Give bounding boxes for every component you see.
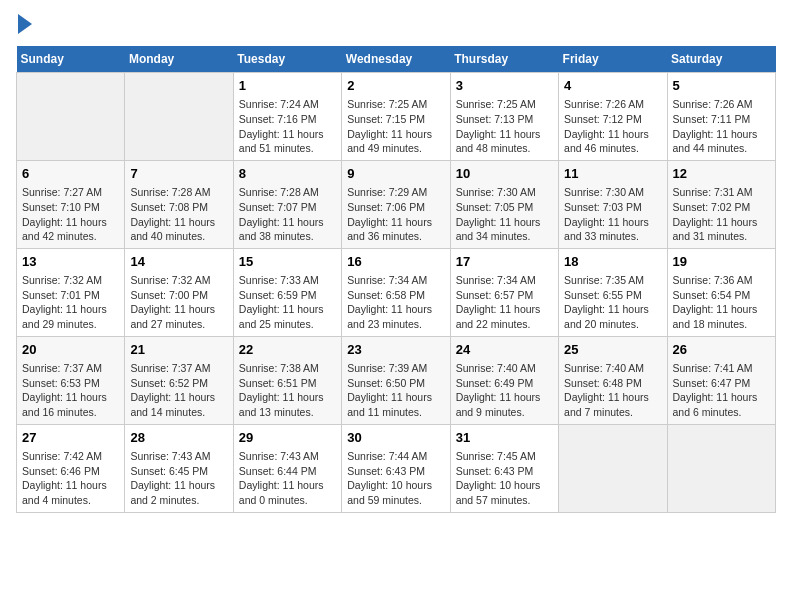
- day-number: 7: [130, 165, 227, 183]
- calendar-cell: 6Sunrise: 7:27 AMSunset: 7:10 PMDaylight…: [17, 160, 125, 248]
- cell-content: Sunrise: 7:30 AMSunset: 7:03 PMDaylight:…: [564, 185, 661, 244]
- calendar-week-row: 1Sunrise: 7:24 AMSunset: 7:16 PMDaylight…: [17, 73, 776, 161]
- calendar-cell: 17Sunrise: 7:34 AMSunset: 6:57 PMDayligh…: [450, 248, 558, 336]
- day-number: 6: [22, 165, 119, 183]
- cell-content: Sunrise: 7:43 AMSunset: 6:44 PMDaylight:…: [239, 449, 336, 508]
- calendar-cell: 2Sunrise: 7:25 AMSunset: 7:15 PMDaylight…: [342, 73, 450, 161]
- cell-content: Sunrise: 7:25 AMSunset: 7:13 PMDaylight:…: [456, 97, 553, 156]
- col-header-saturday: Saturday: [667, 46, 775, 73]
- day-number: 27: [22, 429, 119, 447]
- calendar-cell: 26Sunrise: 7:41 AMSunset: 6:47 PMDayligh…: [667, 336, 775, 424]
- day-number: 11: [564, 165, 661, 183]
- calendar-cell: 22Sunrise: 7:38 AMSunset: 6:51 PMDayligh…: [233, 336, 341, 424]
- day-number: 18: [564, 253, 661, 271]
- cell-content: Sunrise: 7:30 AMSunset: 7:05 PMDaylight:…: [456, 185, 553, 244]
- col-header-thursday: Thursday: [450, 46, 558, 73]
- cell-content: Sunrise: 7:37 AMSunset: 6:52 PMDaylight:…: [130, 361, 227, 420]
- calendar-cell: [559, 424, 667, 512]
- page-header: [16, 16, 776, 34]
- calendar-cell: [17, 73, 125, 161]
- day-number: 16: [347, 253, 444, 271]
- day-number: 31: [456, 429, 553, 447]
- cell-content: Sunrise: 7:35 AMSunset: 6:55 PMDaylight:…: [564, 273, 661, 332]
- cell-content: Sunrise: 7:26 AMSunset: 7:12 PMDaylight:…: [564, 97, 661, 156]
- calendar-cell: 19Sunrise: 7:36 AMSunset: 6:54 PMDayligh…: [667, 248, 775, 336]
- calendar-week-row: 20Sunrise: 7:37 AMSunset: 6:53 PMDayligh…: [17, 336, 776, 424]
- cell-content: Sunrise: 7:43 AMSunset: 6:45 PMDaylight:…: [130, 449, 227, 508]
- calendar-cell: 3Sunrise: 7:25 AMSunset: 7:13 PMDaylight…: [450, 73, 558, 161]
- day-number: 24: [456, 341, 553, 359]
- calendar-cell: 12Sunrise: 7:31 AMSunset: 7:02 PMDayligh…: [667, 160, 775, 248]
- calendar-cell: 14Sunrise: 7:32 AMSunset: 7:00 PMDayligh…: [125, 248, 233, 336]
- cell-content: Sunrise: 7:40 AMSunset: 6:48 PMDaylight:…: [564, 361, 661, 420]
- logo-arrow-icon: [18, 14, 32, 34]
- calendar-table: SundayMondayTuesdayWednesdayThursdayFrid…: [16, 46, 776, 513]
- day-number: 17: [456, 253, 553, 271]
- calendar-cell: 29Sunrise: 7:43 AMSunset: 6:44 PMDayligh…: [233, 424, 341, 512]
- col-header-sunday: Sunday: [17, 46, 125, 73]
- cell-content: Sunrise: 7:38 AMSunset: 6:51 PMDaylight:…: [239, 361, 336, 420]
- day-number: 14: [130, 253, 227, 271]
- calendar-cell: 24Sunrise: 7:40 AMSunset: 6:49 PMDayligh…: [450, 336, 558, 424]
- day-number: 9: [347, 165, 444, 183]
- day-number: 30: [347, 429, 444, 447]
- calendar-cell: 28Sunrise: 7:43 AMSunset: 6:45 PMDayligh…: [125, 424, 233, 512]
- calendar-cell: 18Sunrise: 7:35 AMSunset: 6:55 PMDayligh…: [559, 248, 667, 336]
- calendar-cell: [667, 424, 775, 512]
- day-number: 21: [130, 341, 227, 359]
- calendar-week-row: 13Sunrise: 7:32 AMSunset: 7:01 PMDayligh…: [17, 248, 776, 336]
- cell-content: Sunrise: 7:41 AMSunset: 6:47 PMDaylight:…: [673, 361, 770, 420]
- calendar-header-row: SundayMondayTuesdayWednesdayThursdayFrid…: [17, 46, 776, 73]
- col-header-friday: Friday: [559, 46, 667, 73]
- calendar-cell: 9Sunrise: 7:29 AMSunset: 7:06 PMDaylight…: [342, 160, 450, 248]
- cell-content: Sunrise: 7:32 AMSunset: 7:01 PMDaylight:…: [22, 273, 119, 332]
- day-number: 15: [239, 253, 336, 271]
- calendar-cell: 21Sunrise: 7:37 AMSunset: 6:52 PMDayligh…: [125, 336, 233, 424]
- day-number: 26: [673, 341, 770, 359]
- col-header-monday: Monday: [125, 46, 233, 73]
- day-number: 25: [564, 341, 661, 359]
- calendar-cell: 15Sunrise: 7:33 AMSunset: 6:59 PMDayligh…: [233, 248, 341, 336]
- calendar-cell: 7Sunrise: 7:28 AMSunset: 7:08 PMDaylight…: [125, 160, 233, 248]
- calendar-cell: 30Sunrise: 7:44 AMSunset: 6:43 PMDayligh…: [342, 424, 450, 512]
- day-number: 4: [564, 77, 661, 95]
- calendar-week-row: 27Sunrise: 7:42 AMSunset: 6:46 PMDayligh…: [17, 424, 776, 512]
- calendar-cell: 31Sunrise: 7:45 AMSunset: 6:43 PMDayligh…: [450, 424, 558, 512]
- day-number: 12: [673, 165, 770, 183]
- cell-content: Sunrise: 7:31 AMSunset: 7:02 PMDaylight:…: [673, 185, 770, 244]
- calendar-cell: 25Sunrise: 7:40 AMSunset: 6:48 PMDayligh…: [559, 336, 667, 424]
- day-number: 13: [22, 253, 119, 271]
- day-number: 22: [239, 341, 336, 359]
- cell-content: Sunrise: 7:37 AMSunset: 6:53 PMDaylight:…: [22, 361, 119, 420]
- day-number: 3: [456, 77, 553, 95]
- calendar-cell: 13Sunrise: 7:32 AMSunset: 7:01 PMDayligh…: [17, 248, 125, 336]
- day-number: 5: [673, 77, 770, 95]
- cell-content: Sunrise: 7:33 AMSunset: 6:59 PMDaylight:…: [239, 273, 336, 332]
- calendar-cell: 11Sunrise: 7:30 AMSunset: 7:03 PMDayligh…: [559, 160, 667, 248]
- calendar-cell: 5Sunrise: 7:26 AMSunset: 7:11 PMDaylight…: [667, 73, 775, 161]
- cell-content: Sunrise: 7:26 AMSunset: 7:11 PMDaylight:…: [673, 97, 770, 156]
- day-number: 28: [130, 429, 227, 447]
- cell-content: Sunrise: 7:32 AMSunset: 7:00 PMDaylight:…: [130, 273, 227, 332]
- calendar-cell: 16Sunrise: 7:34 AMSunset: 6:58 PMDayligh…: [342, 248, 450, 336]
- cell-content: Sunrise: 7:40 AMSunset: 6:49 PMDaylight:…: [456, 361, 553, 420]
- cell-content: Sunrise: 7:44 AMSunset: 6:43 PMDaylight:…: [347, 449, 444, 508]
- day-number: 10: [456, 165, 553, 183]
- day-number: 1: [239, 77, 336, 95]
- calendar-cell: 8Sunrise: 7:28 AMSunset: 7:07 PMDaylight…: [233, 160, 341, 248]
- cell-content: Sunrise: 7:28 AMSunset: 7:07 PMDaylight:…: [239, 185, 336, 244]
- calendar-cell: 23Sunrise: 7:39 AMSunset: 6:50 PMDayligh…: [342, 336, 450, 424]
- cell-content: Sunrise: 7:24 AMSunset: 7:16 PMDaylight:…: [239, 97, 336, 156]
- day-number: 23: [347, 341, 444, 359]
- cell-content: Sunrise: 7:39 AMSunset: 6:50 PMDaylight:…: [347, 361, 444, 420]
- day-number: 2: [347, 77, 444, 95]
- cell-content: Sunrise: 7:34 AMSunset: 6:58 PMDaylight:…: [347, 273, 444, 332]
- day-number: 29: [239, 429, 336, 447]
- cell-content: Sunrise: 7:45 AMSunset: 6:43 PMDaylight:…: [456, 449, 553, 508]
- calendar-cell: 27Sunrise: 7:42 AMSunset: 6:46 PMDayligh…: [17, 424, 125, 512]
- calendar-cell: 4Sunrise: 7:26 AMSunset: 7:12 PMDaylight…: [559, 73, 667, 161]
- col-header-wednesday: Wednesday: [342, 46, 450, 73]
- calendar-cell: 20Sunrise: 7:37 AMSunset: 6:53 PMDayligh…: [17, 336, 125, 424]
- cell-content: Sunrise: 7:36 AMSunset: 6:54 PMDaylight:…: [673, 273, 770, 332]
- col-header-tuesday: Tuesday: [233, 46, 341, 73]
